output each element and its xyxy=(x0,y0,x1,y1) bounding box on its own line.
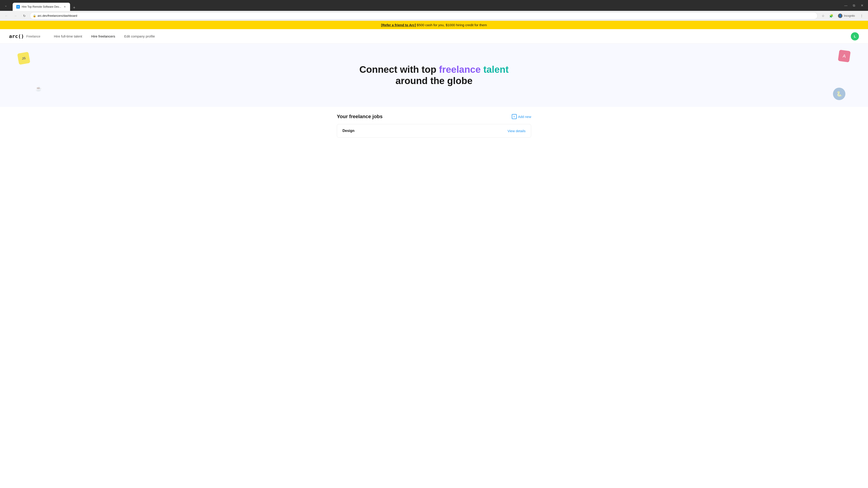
job-name: Design xyxy=(342,129,354,133)
tab-close-btn[interactable]: ✕ xyxy=(63,5,66,8)
add-new-label: Add new xyxy=(518,115,531,119)
close-btn[interactable]: ✕ xyxy=(859,2,865,8)
extensions-btn[interactable]: 🧩 xyxy=(828,12,835,20)
restore-btn[interactable]: ⧉ xyxy=(851,2,857,8)
back-btn[interactable]: ← xyxy=(3,12,10,20)
address-actions: ☆ 🧩 👤 Incognito ⋮ xyxy=(819,12,865,20)
address-bar: ← → ↻ 🔒 arc.dev/freelancers/dashboard ☆ … xyxy=(0,11,868,21)
nav-hire-freelancers[interactable]: Hire freelancers xyxy=(91,34,115,38)
nav-hire-fulltime[interactable]: Hire full-time talent xyxy=(54,34,82,38)
jobs-section-title: Your freelance jobs xyxy=(337,113,383,120)
hero-wrapper: JS A ☕ 🐍 Connect with top freelance tale… xyxy=(0,43,868,107)
bookmark-btn[interactable]: ☆ xyxy=(819,12,827,20)
hero-title-space xyxy=(481,64,484,75)
tab-title: Hire Top Remote Software Dev... xyxy=(22,5,61,8)
refresh-btn[interactable]: ↻ xyxy=(21,12,28,20)
url-bar[interactable]: 🔒 arc.dev/freelancers/dashboard xyxy=(30,12,817,20)
page-background: Your freelance jobs + Add new Design Vie… xyxy=(0,107,868,147)
more-btn[interactable]: ⋮ xyxy=(858,12,865,20)
jobs-container: Design View details xyxy=(337,124,531,138)
tab-favicon: A xyxy=(16,5,20,8)
url-text: arc.dev/freelancers/dashboard xyxy=(37,14,815,18)
window-controls: — ⧉ ✕ xyxy=(843,2,865,8)
hero-title-part2: around the globe xyxy=(396,75,473,86)
incognito-badge[interactable]: 👤 Incognito xyxy=(836,13,857,19)
add-icon: + xyxy=(512,114,517,119)
hero-text: Connect with top freelance talentaround … xyxy=(360,64,508,87)
new-tab-btn[interactable]: + xyxy=(71,4,77,11)
incognito-icon: 👤 xyxy=(838,13,842,18)
active-tab: A Hire Top Remote Software Dev... ✕ xyxy=(13,3,70,11)
logo-arc-text: arc() xyxy=(9,33,24,39)
jobs-header: Your freelance jobs + Add new xyxy=(337,113,531,120)
java-icon: ☕ xyxy=(34,84,43,93)
incognito-label: Incognito xyxy=(844,14,855,18)
lock-icon: 🔒 xyxy=(33,14,36,18)
promo-text: $500 cash for you, $1000 hiring credit f… xyxy=(416,23,487,27)
python-icon: 🐍 xyxy=(833,88,845,100)
user-avatar[interactable]: L xyxy=(851,32,859,40)
view-details-button[interactable]: View details xyxy=(507,129,526,133)
browser-nav-controls: ⌄ xyxy=(3,2,9,8)
tab-list-btn[interactable]: ⌄ xyxy=(3,2,9,8)
add-new-button[interactable]: + Add new xyxy=(512,114,531,119)
tab-bar: A Hire Top Remote Software Dev... ✕ + xyxy=(11,0,841,11)
logo[interactable]: arc() Freelance xyxy=(9,33,40,39)
browser-chrome: ⌄ A Hire Top Remote Software Dev... ✕ + … xyxy=(0,0,868,11)
promo-banner: [Refer a friend to Arc] $500 cash for yo… xyxy=(0,21,868,29)
hero-title-highlight2: talent xyxy=(483,64,508,75)
table-row: Design View details xyxy=(337,124,531,137)
minimize-btn[interactable]: — xyxy=(843,2,849,8)
main-nav: arc() Freelance Hire full-time talent Hi… xyxy=(0,29,868,43)
hero-section: JS A ☕ 🐍 Connect with top freelance tale… xyxy=(0,43,868,107)
logo-freelance-text: Freelance xyxy=(26,35,40,38)
js-icon: JS xyxy=(17,52,30,65)
angular-icon: A xyxy=(838,50,850,62)
hero-title-part1: Connect with top xyxy=(360,64,439,75)
jobs-section: Your freelance jobs + Add new Design Vie… xyxy=(332,107,536,147)
hero-title-highlight1: freelance xyxy=(439,64,480,75)
hero-title: Connect with top freelance talentaround … xyxy=(360,64,508,87)
promo-link[interactable]: [Refer a friend to Arc] xyxy=(381,23,416,27)
forward-btn[interactable]: → xyxy=(12,12,19,20)
nav-edit-company[interactable]: Edit company profile xyxy=(124,34,155,38)
